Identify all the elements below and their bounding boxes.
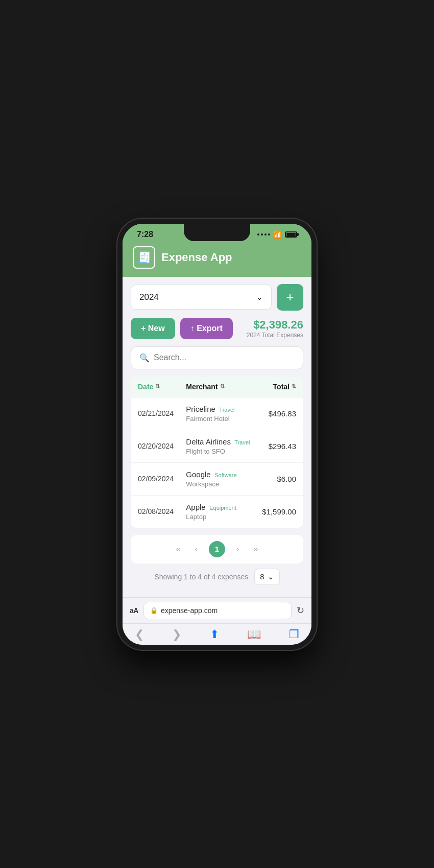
table-row[interactable]: 02/09/2024 Google Software Workspace $6.… — [131, 463, 303, 496]
back-button[interactable]: ❮ — [135, 628, 144, 641]
per-page-value: 8 — [260, 572, 264, 581]
row-total: $296.43 — [255, 442, 296, 451]
row-total: $1,599.00 — [255, 507, 296, 516]
row-total: $6.00 — [255, 475, 296, 483]
prev-page-button[interactable]: ‹ — [192, 543, 201, 556]
table-row[interactable]: 02/08/2024 Apple Equipment Laptop $1,599… — [131, 496, 303, 528]
bottom-nav: ❮ ❯ ⬆ 📖 ❒ — [123, 623, 311, 650]
year-value: 2024 — [139, 292, 159, 302]
col-total[interactable]: Total ⇅ — [255, 383, 296, 391]
share-button[interactable]: ⬆ — [210, 628, 219, 641]
search-input[interactable] — [154, 353, 295, 362]
year-dropdown[interactable]: 2024 ⌄ — [131, 285, 272, 310]
showing-row: Showing 1 to 4 of 4 expenses 8 ⌄ — [131, 569, 303, 590]
status-bar: 7:28 📶 — [123, 224, 311, 241]
app-header: 🧾 Expense App — [123, 241, 311, 277]
table-row[interactable]: 02/21/2024 Priceline Travel Fairmont Hot… — [131, 397, 303, 430]
row-total: $496.83 — [255, 409, 296, 418]
next-page-button[interactable]: › — [233, 543, 242, 556]
export-button[interactable]: ↑ Export — [180, 318, 233, 339]
phone-frame: 7:28 📶 🧾 Expense App 2024 ⌄ + — [117, 219, 317, 650]
action-buttons: + New ↑ Export — [131, 318, 233, 339]
total-block: $2,398.26 2024 Total Expenses — [247, 318, 303, 339]
first-page-button[interactable]: « — [173, 543, 184, 556]
wifi-icon: 📶 — [273, 230, 282, 239]
col-date[interactable]: Date ⇅ — [138, 383, 186, 391]
total-sort-icon: ⇅ — [292, 383, 296, 390]
search-icon: 🔍 — [139, 353, 150, 363]
row-date: 02/20/2024 — [138, 442, 186, 450]
table-row[interactable]: 02/20/2024 Delta Airlines Travel Flight … — [131, 430, 303, 463]
forward-button[interactable]: ❯ — [172, 628, 181, 641]
signal-icon — [257, 233, 270, 236]
pagination: « ‹ 1 › » — [131, 535, 303, 564]
lock-icon: 🔒 — [150, 607, 158, 614]
row-merchant: Delta Airlines Travel Flight to SFO — [186, 437, 255, 455]
bookmarks-button[interactable]: 📖 — [247, 628, 261, 641]
plus-icon: + — [286, 289, 294, 305]
new-button[interactable]: + New — [131, 318, 175, 339]
per-page-select[interactable]: 8 ⌄ — [254, 569, 279, 585]
status-time: 7:28 — [137, 230, 153, 239]
app-title: Expense App — [161, 251, 232, 264]
content-area: 2024 ⌄ + + New ↑ Export $2,398.26 2024 T… — [123, 277, 311, 597]
merchant-sort-icon: ⇅ — [220, 383, 225, 390]
merchant-tag: Software — [214, 472, 236, 478]
per-page-chevron: ⌄ — [268, 572, 274, 581]
expenses-table: Date ⇅ Merchant ⇅ Total ⇅ 02/21/2024 Pri… — [131, 377, 303, 528]
table-header: Date ⇅ Merchant ⇅ Total ⇅ — [131, 377, 303, 397]
row-merchant: Priceline Travel Fairmont Hotel — [186, 405, 255, 423]
total-amount: $2,398.26 — [247, 318, 303, 332]
action-row: + New ↑ Export $2,398.26 2024 Total Expe… — [131, 318, 303, 339]
row-date: 02/08/2024 — [138, 507, 186, 515]
merchant-tag: Travel — [234, 439, 250, 445]
showing-text: Showing 1 to 4 of 4 expenses — [154, 573, 248, 581]
tabs-button[interactable]: ❒ — [289, 628, 299, 641]
last-page-button[interactable]: » — [250, 543, 261, 556]
total-label: 2024 Total Expenses — [247, 332, 303, 339]
date-sort-icon: ⇅ — [155, 383, 160, 390]
year-row: 2024 ⌄ + — [131, 284, 303, 311]
merchant-tag: Equipment — [209, 505, 236, 511]
add-year-button[interactable]: + — [277, 284, 303, 311]
col-merchant[interactable]: Merchant ⇅ — [186, 383, 255, 391]
chevron-down-icon: ⌄ — [256, 292, 263, 302]
row-date: 02/21/2024 — [138, 409, 186, 417]
url-text: expense-app.com — [161, 606, 218, 615]
url-bar[interactable]: 🔒 expense-app.com — [143, 602, 292, 619]
browser-bar: aA 🔒 expense-app.com ↻ — [123, 597, 311, 623]
reload-button[interactable]: ↻ — [297, 605, 304, 616]
row-date: 02/09/2024 — [138, 475, 186, 483]
app-logo: 🧾 — [133, 246, 155, 269]
merchant-tag: Travel — [219, 407, 234, 413]
search-bar[interactable]: 🔍 — [131, 346, 303, 369]
status-icons: 📶 — [257, 230, 297, 239]
font-size-control[interactable]: aA — [130, 606, 138, 615]
row-merchant: Google Software Workspace — [186, 470, 255, 488]
current-page: 1 — [209, 541, 225, 557]
logo-icon: 🧾 — [137, 251, 151, 264]
row-merchant: Apple Equipment Laptop — [186, 503, 255, 521]
battery-icon — [285, 231, 297, 238]
